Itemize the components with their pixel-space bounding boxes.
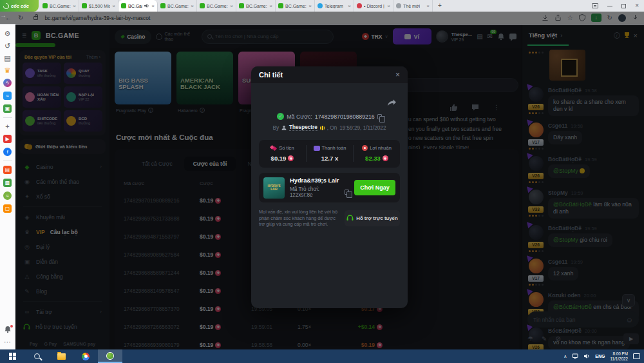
copy-icon[interactable] [345, 190, 349, 195]
screen: cốc cốc BC.Game: Cry× $1,500 Midwe× BC.G… [0, 0, 644, 363]
browser-tab-newtab[interactable]: Thẻ mới× [393, 0, 433, 12]
speaker-icon[interactable] [583, 353, 590, 359]
gamepad-icon[interactable]: ▣ [3, 104, 12, 113]
close-icon[interactable]: × [269, 3, 272, 9]
browser-side-rail: ⚙ ↺ ▤ ♛ ϟ ≈ ▣ + ▶ f ▤ ▩ ≈ ▢ ⋯ [0, 25, 15, 349]
play-now-button[interactable]: Chơi Ngay [354, 180, 395, 195]
copy-icon[interactable] [377, 114, 382, 119]
forward-icon[interactable]: → [0, 12, 644, 24]
close-icon[interactable]: × [395, 70, 400, 79]
close-icon[interactable]: × [387, 3, 390, 9]
messenger-icon[interactable]: ϟ [3, 79, 12, 87]
history-icon[interactable]: ↺ [5, 42, 10, 50]
game-thumbnail[interactable]: HYDRA'S LAIR [263, 177, 285, 199]
browser-tab-telegram[interactable]: Telegram× [315, 0, 354, 12]
browser-tab-active[interactable]: BC.Game:× [118, 0, 158, 12]
chrome-button[interactable] [73, 349, 98, 363]
start-button[interactable] [0, 349, 24, 363]
youtube-icon[interactable]: ▶ [3, 135, 12, 143]
windows-taskbar: ∧ ENG 8:00 PM 11/1/2022 [0, 349, 644, 363]
browser-tab[interactable]: BC.Game: Cry× [158, 0, 197, 12]
close-icon[interactable]: × [230, 3, 233, 9]
close-icon[interactable]: × [112, 3, 115, 9]
close-icon[interactable]: × [348, 3, 351, 9]
reading-list-icon[interactable]: ▤ [4, 54, 10, 62]
network-icon[interactable] [572, 353, 578, 359]
leaf-app-icon[interactable]: ≈ [3, 191, 12, 200]
minimize-button[interactable] [607, 6, 612, 6]
game-row: HYDRA'S LAIR Hydra&#39;s Lair Mã Trò chơ… [259, 173, 400, 202]
browser-tab[interactable]: BC.Game: Cry× [40, 0, 79, 12]
bcgame-favicon [121, 3, 126, 8]
file-explorer-button[interactable] [49, 349, 73, 363]
folder-icon [57, 353, 66, 360]
bet-owner[interactable]: Thespectre [289, 124, 317, 131]
add-shortcut-icon[interactable]: + [5, 123, 9, 130]
bcgame-favicon [160, 3, 166, 8]
divider [3, 161, 12, 161]
gear-icon[interactable]: ⚙ [5, 30, 11, 37]
taskbar-search[interactable] [24, 349, 49, 363]
verified-check-icon: ✓ [277, 113, 284, 120]
address-bar: ← → ↻ bc.game/vi/game/hydra-39-s-lair-by… [0, 12, 644, 25]
browser-tab[interactable]: BC.Game: Cry× [276, 0, 315, 12]
browser-tab-discord[interactable]: • Discord | #× [354, 0, 393, 12]
language-indicator[interactable]: ENG [595, 354, 605, 358]
trx-gem-icon [288, 155, 294, 161]
tray-expand-icon[interactable]: ∧ [564, 354, 567, 359]
close-window-button[interactable]: × [635, 0, 639, 12]
stat-profit: Lợi nhuận $2.33 [353, 145, 400, 162]
pinned-app-icon[interactable]: ≈ [3, 92, 12, 100]
bcgame-favicon [278, 3, 283, 8]
search-icon [34, 353, 40, 359]
cart-app-icon[interactable]: ▢ [3, 204, 12, 213]
orange-tv-app-icon[interactable]: ▤ [3, 166, 12, 174]
close-icon[interactable]: × [191, 3, 194, 9]
facebook-icon[interactable]: f [3, 148, 12, 156]
support-note: Mọi vấn đề, xin vui lòng liên hệ với bộ … [259, 209, 339, 228]
bet-id-row: ✓ Mã Cược: 1748298701980889216 [251, 113, 408, 120]
chrome-icon [82, 353, 90, 360]
browser-tab[interactable]: BC.Game: Cry× [236, 0, 276, 12]
bet-id: 1748298701980889216 [315, 113, 375, 120]
person-icon [281, 125, 287, 130]
chip-icon [362, 145, 368, 151]
game-title: Hydra&#39;s Lair [290, 177, 349, 184]
stat-amount: Số tiền $0.19 [259, 145, 306, 162]
discord-favicon [357, 3, 362, 8]
modal-title: Chi tiết [259, 71, 395, 79]
share-icon[interactable] [387, 99, 397, 107]
browser-tabbar: cốc cốc BC.Game: Cry× $1,500 Midwe× BC.G… [0, 0, 644, 12]
trx-gem-icon [383, 155, 388, 161]
close-icon[interactable]: × [73, 3, 76, 9]
coccoc-menu-button[interactable]: cốc cốc [0, 0, 39, 12]
stat-payout: Thanh toán 12.7 x [306, 145, 353, 162]
taskbar-clock[interactable]: 8:00 PM 11/1/2022 [610, 351, 628, 361]
notification-bell[interactable] [4, 326, 12, 333]
bet-stats: Số tiền $0.19 Thanh toán 12.7 x Lợi nhuậ… [259, 140, 400, 168]
bet-details-modal: Chi tiết × ✓ Mã Cược: 174829870198088921… [251, 66, 408, 308]
modal-body: ✓ Mã Cược: 1748298701980889216 By Thespe… [251, 113, 408, 228]
live-support-button[interactable]: Hỗ trợ trực tuyến [345, 210, 400, 226]
close-icon[interactable]: × [426, 3, 430, 9]
action-center-icon[interactable] [633, 353, 640, 359]
wallet-icon [314, 146, 320, 151]
crown-icon[interactable]: ♛ [5, 66, 11, 74]
coccoc-button-active[interactable] [98, 349, 122, 363]
close-icon[interactable]: × [151, 3, 155, 9]
maximize-button[interactable] [621, 4, 626, 8]
tab-media-icon[interactable] [592, 3, 598, 8]
window-controls: × [592, 0, 644, 12]
more-icon[interactable]: ⋯ [4, 338, 11, 346]
browser-tab[interactable]: $1,500 Midwe× [79, 0, 118, 12]
modal-header: Chi tiết × [251, 66, 408, 83]
divider [3, 117, 12, 118]
coccoc-favicon [396, 3, 401, 8]
coccoc-icon [106, 352, 114, 360]
gift-app-icon[interactable]: ▩ [3, 179, 12, 187]
system-tray: ∧ ENG 8:00 PM 11/1/2022 [564, 351, 644, 361]
close-icon[interactable]: × [308, 3, 312, 9]
browser-tab[interactable]: BC.Game: Cry× [197, 0, 236, 12]
new-tab-button[interactable]: + [435, 1, 444, 10]
coccoc-logo-text: cốc cốc [11, 3, 29, 9]
